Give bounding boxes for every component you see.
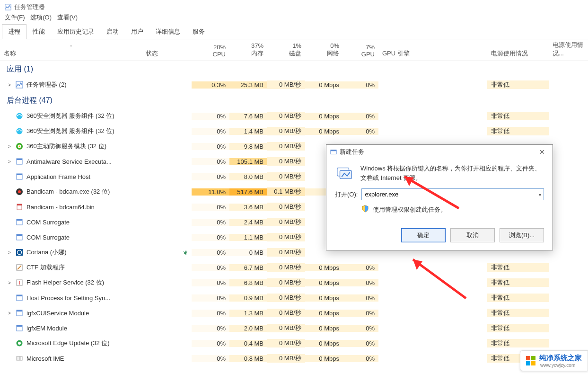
cpu-cell: 0% — [192, 204, 229, 211]
app-icon — [15, 157, 24, 166]
col-power[interactable]: 电源使用情况 — [487, 39, 549, 61]
process-name: 任务管理器 (2) — [26, 80, 67, 89]
gpu-cell: 0% — [343, 279, 378, 286]
gpu-cell: 0% — [343, 113, 378, 120]
disk-cell: 0 MB/秒 — [267, 80, 305, 89]
col-mem[interactable]: 37%内存 — [229, 39, 267, 61]
disk-cell: 0 MB/秒 — [267, 324, 305, 332]
col-power-trend[interactable]: 电源使用情况... — [549, 39, 588, 61]
svg-line-42 — [413, 259, 466, 298]
tab-2[interactable]: 应用历史记录 — [51, 24, 100, 39]
power-cell: 非常低 — [487, 112, 549, 120]
svg-rect-25 — [17, 295, 22, 296]
col-gpu[interactable]: 7%GPU — [343, 39, 378, 61]
power-cell: 非常低 — [487, 263, 549, 272]
svg-rect-14 — [17, 204, 22, 205]
run-program-icon — [335, 164, 354, 183]
mem-cell: 7.6 MB — [229, 113, 267, 120]
tab-1[interactable]: 性能 — [26, 24, 51, 39]
disk-cell: 0 MB/秒 — [267, 218, 305, 226]
ie-icon — [15, 112, 24, 120]
svg-rect-18 — [17, 234, 22, 236]
ok-button[interactable]: 确定 — [401, 228, 446, 242]
windows-logo-icon — [526, 356, 535, 365]
process-name: COM Surrogate — [26, 234, 70, 241]
app-icon — [15, 172, 24, 181]
gpu-cell: 0% — [343, 325, 378, 332]
table-row[interactable]: Microsoft IME0%0.8 MB0 MB/秒0 Mbps0%非常低 — [0, 351, 588, 366]
expander-icon[interactable]: > — [7, 159, 12, 164]
tab-6[interactable]: 服务 — [186, 24, 211, 39]
window-title: 任务管理器 — [14, 3, 45, 11]
tab-0[interactable]: 进程 — [2, 24, 26, 39]
annotation-arrow-2-icon — [400, 251, 471, 303]
table-row[interactable]: 360安全浏览器 服务组件 (32 位)0%7.6 MB0 MB/秒0 Mbps… — [0, 108, 588, 124]
app-icon — [15, 294, 24, 302]
chevron-down-icon[interactable]: ▾ — [539, 192, 541, 197]
disk-cell: 0 MB/秒 — [267, 339, 305, 347]
col-disk[interactable]: 1%磁盘 — [267, 39, 305, 61]
tab-3[interactable]: 启动 — [100, 24, 125, 39]
watermark: 纯净系统之家 www.ycwjzy.com — [520, 350, 588, 371]
col-cpu[interactable]: 20%CPU — [192, 39, 229, 61]
col-gpu-engine[interactable]: GPU 引擎 — [378, 39, 487, 61]
disk-cell: 0.1 MB/秒 — [267, 187, 305, 196]
process-name: Antimalware Service Executa... — [26, 158, 112, 165]
net-cell: 0 Mbps — [305, 81, 343, 89]
group-header: 后台进程 (47) — [0, 92, 588, 108]
expander-icon[interactable]: > — [7, 144, 12, 149]
menu-view[interactable]: 查看(V) — [57, 14, 78, 21]
browse-button[interactable]: 浏览(B)... — [500, 228, 544, 242]
table-row[interactable]: 360安全浏览器 服务组件 (32 位)0%1.4 MB0 MB/秒0 Mbps… — [0, 124, 588, 139]
leaf-icon: ❦ — [183, 249, 188, 256]
col-net[interactable]: 0%网络 — [305, 39, 343, 61]
cpu-cell: 0% — [192, 173, 229, 180]
net-cell: 0 Mbps — [305, 340, 343, 347]
disk-cell: 0 MB/秒 — [267, 248, 305, 257]
cpu-cell: 0% — [192, 279, 229, 286]
annotation-arrow-1-icon — [393, 168, 464, 211]
col-status[interactable]: 状态 — [142, 39, 192, 61]
tab-5[interactable]: 详细信息 — [149, 24, 186, 39]
cancel-button[interactable]: 取消 — [450, 228, 495, 242]
process-name: 360主动防御服务模块 (32 位) — [26, 142, 106, 151]
table-row[interactable]: >fFlash Helper Service (32 位)0%6.8 MB0 M… — [0, 275, 588, 290]
mem-cell: 8.0 MB — [229, 173, 267, 180]
process-name: Application Frame Host — [26, 173, 90, 180]
cpu-cell: 0% — [192, 128, 229, 135]
run-dialog-title: 新建任务 — [340, 148, 364, 156]
menu-options[interactable]: 选项(O) — [30, 14, 52, 21]
tab-4[interactable]: 用户 — [125, 24, 149, 39]
cpu-cell: 11.0% — [192, 188, 229, 196]
open-label: 打开(O): — [335, 190, 358, 199]
expander-icon[interactable]: > — [7, 311, 12, 316]
close-icon[interactable]: ✕ — [535, 148, 549, 156]
expander-icon[interactable]: > — [7, 250, 12, 255]
cpu-cell: 0% — [192, 310, 229, 317]
tm-icon — [15, 80, 24, 89]
shield360-icon — [15, 142, 24, 151]
task-manager-icon — [5, 4, 11, 10]
app-icon — [15, 218, 24, 226]
table-row[interactable]: >igfxCUIService Module0%1.3 MB0 MB/秒0 Mb… — [0, 305, 588, 321]
gpu-cell: 0% — [343, 294, 378, 302]
mem-cell: 0 MB — [229, 249, 267, 256]
window-titlebar: 任务管理器 — [0, 0, 588, 12]
table-row[interactable]: >任务管理器 (2)0.3%25.3 MB0 MB/秒0 Mbps0%非常低 — [0, 77, 588, 92]
power-cell: 非常低 — [487, 324, 549, 332]
table-row[interactable]: CTF 加载程序0%6.7 MB0 MB/秒0 Mbps0%非常低 — [0, 260, 588, 275]
expander-icon[interactable]: > — [7, 82, 12, 88]
menu-file[interactable]: 文件(F) — [5, 14, 25, 21]
process-name: Microsoft Edge Update (32 位) — [26, 339, 110, 347]
table-row[interactable]: Host Process for Setting Syn...0%0.9 MB0… — [0, 290, 588, 305]
table-row[interactable]: igfxEM Module0%2.0 MB0 MB/秒0 Mbps0%非常低 — [0, 321, 588, 336]
table-row[interactable]: Microsoft Edge Update (32 位)0%0.4 MB0 MB… — [0, 336, 588, 351]
col-name[interactable]: ⌃ 名称 — [0, 39, 142, 61]
svg-rect-16 — [17, 219, 22, 221]
column-header-row: ⌃ 名称 状态 20%CPU 37%内存 1%磁盘 0%网络 7%GPU GPU… — [0, 39, 588, 61]
process-name: 360安全浏览器 服务组件 (32 位) — [26, 127, 114, 135]
menubar: 文件(F) 选项(O) 查看(V) — [0, 12, 588, 24]
power-cell: 非常低 — [487, 339, 549, 347]
expander-icon[interactable]: > — [7, 280, 12, 285]
process-name: COM Surrogate — [26, 219, 70, 226]
